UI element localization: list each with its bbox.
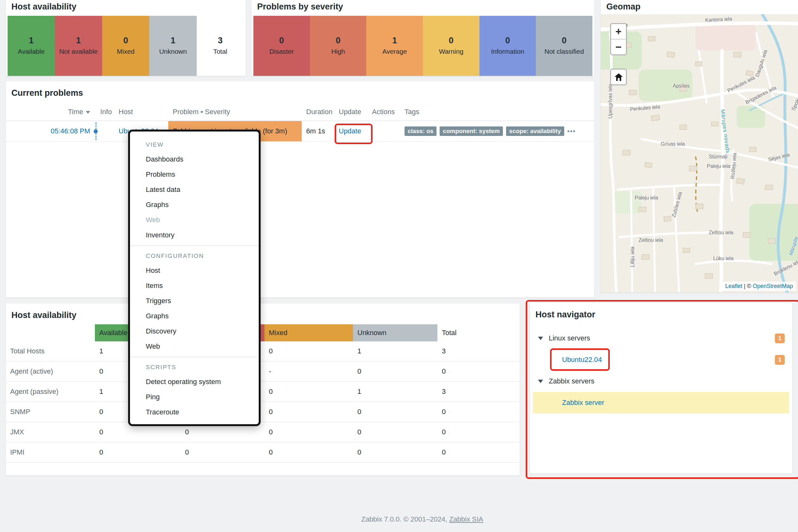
cell-value: 0 xyxy=(264,408,353,416)
column-header-duration: Duration xyxy=(302,108,334,116)
widget-title: Current problems xyxy=(6,81,594,98)
problems-table-header: Time Info Host Problem • Severity Durati… xyxy=(6,103,594,121)
group-row-zabbix-servers[interactable]: Zabbix servers xyxy=(533,370,789,392)
availability-block-available[interactable]: 1 Available xyxy=(7,16,55,76)
cell-value: 0 xyxy=(181,428,264,436)
menu-item-items[interactable]: Items xyxy=(130,278,259,293)
zabbix-sia-link[interactable]: Zabbix SIA xyxy=(449,515,483,523)
footer-text: Zabbix 7.0.0. © 2001–2024, xyxy=(361,515,449,523)
availability-block-total[interactable]: 3 Total xyxy=(197,16,244,76)
availability-block-mixed[interactable]: 0 Mixed xyxy=(102,16,149,76)
severity-block-information[interactable]: 0 Information xyxy=(480,16,536,76)
group-row-linux-servers[interactable]: Linux servers 1 xyxy=(533,327,789,349)
map-canvas[interactable]: Kantora iela fora iela Upesgrīvas iela A… xyxy=(601,14,798,292)
severity-block-high[interactable]: 0 High xyxy=(310,16,367,76)
block-count: 0 xyxy=(336,36,340,45)
column-header-unknown: Unknown xyxy=(353,324,438,341)
menu-item-triggers[interactable]: Triggers xyxy=(130,293,259,308)
menu-item-inventory[interactable]: Inventory xyxy=(130,228,259,243)
column-header-tags: Tags xyxy=(401,108,594,116)
row-label: Total Hosts xyxy=(6,347,95,355)
widget-title: Host availability xyxy=(6,303,520,320)
menu-separator xyxy=(130,245,259,246)
block-label: Average xyxy=(383,48,407,56)
menu-item-web-view: Web xyxy=(130,212,259,228)
zoom-out-button[interactable]: − xyxy=(611,39,626,54)
problem-time-link[interactable]: 05:46:08 PM xyxy=(51,127,90,135)
availability-block-not-available[interactable]: 1 Not available xyxy=(55,16,102,76)
menu-section-view: VIEW xyxy=(130,138,259,152)
map-street-label: Lūku iela xyxy=(713,256,734,261)
severity-block-warning[interactable]: 0 Warning xyxy=(423,16,480,76)
home-button[interactable] xyxy=(611,70,626,84)
menu-item-detect-os[interactable]: Detect operating system xyxy=(130,374,259,390)
block-label: Available xyxy=(18,48,44,56)
severity-block-average[interactable]: 1 Average xyxy=(366,16,423,76)
severity-block-disaster[interactable]: 0 Disaster xyxy=(253,16,310,76)
home-icon xyxy=(615,73,623,81)
map-street-label: Zeltiņu iela xyxy=(709,230,733,235)
menu-item-discovery[interactable]: Discovery xyxy=(130,324,259,339)
openstreetmap-link[interactable]: OpenStreetMap xyxy=(753,283,793,289)
chevron-down-icon xyxy=(538,380,543,383)
map-street-label: Apsītes xyxy=(673,83,689,89)
menu-item-graphs-view[interactable]: Graphs xyxy=(130,197,259,212)
cell-value: 3 xyxy=(438,387,520,396)
problem-duration: 6m 1s xyxy=(302,127,334,135)
cell-value: 0 xyxy=(438,448,520,456)
cell-value: 0 xyxy=(264,347,353,355)
cell-value: 0 xyxy=(353,428,438,436)
cell-value: 0 xyxy=(264,428,353,436)
update-link[interactable]: Update xyxy=(339,127,361,135)
menu-item-host[interactable]: Host xyxy=(130,263,259,278)
menu-item-problems[interactable]: Problems xyxy=(130,167,259,182)
problem-count-badge: 1 xyxy=(775,355,785,365)
host-link[interactable]: Ubuntu22.04 xyxy=(562,356,602,364)
table-row: JMX 0 0 0 0 0 xyxy=(6,422,520,442)
host-row-zabbix-server: Zabbix server xyxy=(533,392,789,414)
block-label: Warning xyxy=(439,48,463,56)
menu-item-web-config[interactable]: Web xyxy=(130,339,259,354)
leaflet-link[interactable]: Leaflet xyxy=(725,283,742,289)
block-count: 0 xyxy=(123,36,128,45)
host-context-menu: VIEW Dashboards Problems Latest data Gra… xyxy=(128,130,261,426)
column-header-time[interactable]: Time xyxy=(6,108,96,116)
more-tags-button[interactable]: ••• xyxy=(568,128,576,135)
availability-block-unknown[interactable]: 1 Unknown xyxy=(149,16,197,76)
cell-value: 0 xyxy=(353,448,438,456)
problem-row: 05:46:08 PM Ubuntu22.04 Zabbix agent is … xyxy=(6,121,594,142)
column-header-actions: Actions xyxy=(368,108,401,116)
current-problems-widget: Current problems Time Info Host Problem … xyxy=(6,81,594,298)
menu-item-graphs-config[interactable]: Graphs xyxy=(130,308,259,324)
host-link[interactable]: Zabbix server xyxy=(562,399,604,407)
row-label: IPMI xyxy=(6,448,95,456)
menu-item-ping[interactable]: Ping xyxy=(130,390,259,405)
block-label: Unknown xyxy=(159,48,187,56)
group-label: Zabbix servers xyxy=(549,377,594,385)
column-header-empty xyxy=(6,324,95,341)
tag-badge[interactable]: component: system xyxy=(440,127,503,136)
zoom-in-button[interactable]: + xyxy=(611,24,626,39)
tag-badge[interactable]: class: os xyxy=(405,127,437,136)
availability-table-header: Available Not available Mixed Unknown To… xyxy=(6,324,520,341)
tag-badge[interactable]: scope: availability xyxy=(506,127,564,136)
severity-block-not-classified[interactable]: 0 Not classified xyxy=(536,16,592,76)
problem-count-badge: 1 xyxy=(775,334,785,343)
menu-item-dashboards[interactable]: Dashboards xyxy=(130,152,259,167)
menu-separator xyxy=(130,357,259,357)
attribution-separator: | © xyxy=(742,283,753,289)
map-zoom-control: + − xyxy=(610,23,627,55)
block-count: 1 xyxy=(170,36,175,45)
cell-value: 0 xyxy=(353,367,438,376)
block-count: 0 xyxy=(562,36,567,45)
timeline-marker-dot xyxy=(94,129,98,133)
problems-table: Time Info Host Problem • Severity Durati… xyxy=(6,103,594,142)
menu-item-latest-data[interactable]: Latest data xyxy=(130,182,259,197)
menu-item-traceroute[interactable]: Traceroute xyxy=(130,405,259,420)
widget-title: Host availability xyxy=(6,0,246,12)
severity-blocks: 0 Disaster 0 High 1 Average 0 Warning 0 … xyxy=(253,16,592,76)
map-street-label: Lilliju iela xyxy=(630,247,635,267)
chevron-down-icon xyxy=(538,337,543,340)
menu-section-scripts: SCRIPTS xyxy=(130,360,259,374)
cell-value: 0 xyxy=(438,428,520,436)
